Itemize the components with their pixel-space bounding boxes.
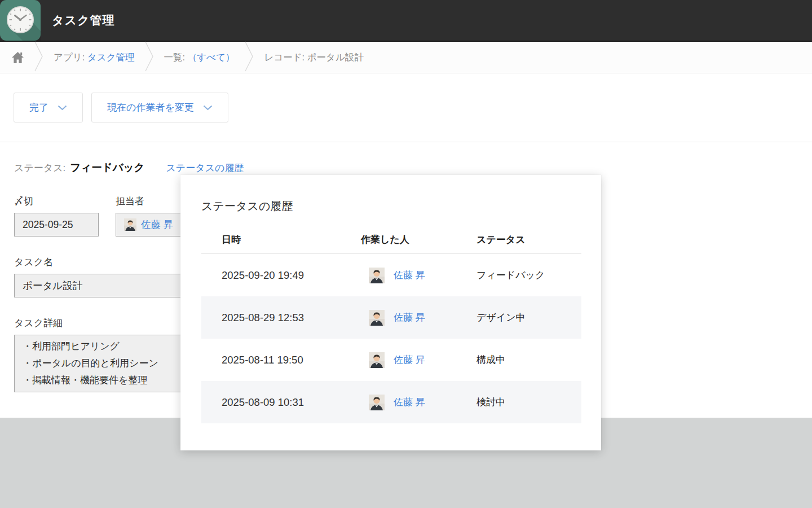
history-user: 佐藤 昇 [361, 395, 476, 410]
user-avatar [369, 268, 385, 283]
table-row: 2025-08-29 12:53 佐藤 昇 デザイン中 [201, 296, 581, 339]
history-status: デザイン中 [476, 311, 581, 324]
breadcrumb-list-label: 一覧: [164, 52, 186, 62]
app-title: タスク管理 [52, 12, 114, 28]
table-row: 2025-08-09 10:31 佐藤 昇 検討中 [201, 381, 581, 423]
column-header-user: 作業した人 [361, 233, 476, 246]
breadcrumb-list-link[interactable]: （すべて） [188, 52, 235, 62]
chevron-down-icon [203, 105, 213, 111]
breadcrumb-record-label: レコード: [264, 52, 304, 62]
action-toolbar: 完了 現在の作業者を変更 [0, 73, 812, 142]
status-history-dialog: ステータスの履歴 日時 作業した人 ステータス 2025-09-20 19:49 [180, 175, 601, 450]
breadcrumb-app-label: アプリ: [54, 52, 85, 62]
status-history-table: 日時 作業した人 ステータス 2025-09-20 19:49 佐藤 昇 フ [201, 225, 581, 423]
home-icon[interactable] [11, 51, 24, 64]
status-row: ステータス: フィードバック ステータスの履歴 [14, 160, 812, 174]
deadline-field: 〆切 2025-09-25 [14, 195, 99, 237]
chevron-down-icon [58, 105, 67, 111]
column-header-datetime: 日時 [201, 233, 361, 246]
history-user: 佐藤 昇 [361, 352, 476, 368]
history-user-link[interactable]: 佐藤 昇 [394, 311, 425, 324]
history-datetime: 2025-08-29 12:53 [201, 312, 361, 324]
breadcrumb-list: 一覧: （すべて） [164, 51, 235, 64]
status-label: ステータス: [14, 161, 65, 174]
user-avatar [369, 352, 385, 368]
history-datetime: 2025-09-20 19:49 [201, 269, 361, 282]
history-status: 検討中 [476, 396, 581, 409]
history-user: 佐藤 昇 [361, 310, 476, 326]
breadcrumb-chevron-icon [245, 41, 254, 74]
user-avatar [369, 395, 385, 410]
app-header: タスク管理 [0, 0, 812, 42]
complete-status-button[interactable]: 完了 [14, 93, 83, 122]
history-user-link[interactable]: 佐藤 昇 [394, 396, 425, 409]
complete-status-label: 完了 [29, 101, 48, 114]
history-user: 佐藤 昇 [361, 268, 476, 283]
user-avatar [369, 310, 385, 326]
assignee-user-link[interactable]: 佐藤 昇 [141, 218, 173, 231]
history-status: 構成中 [476, 353, 581, 366]
breadcrumb-chevron-icon [34, 41, 43, 74]
deadline-value: 2025-09-25 [14, 213, 99, 237]
user-avatar [124, 218, 136, 231]
breadcrumb: アプリ: タスク管理 一覧: （すべて） レコード: ポータル設計 [0, 42, 812, 73]
change-worker-label: 現在の作業者を変更 [107, 101, 194, 114]
deadline-label: 〆切 [14, 195, 99, 208]
status-value: フィードバック [70, 160, 144, 174]
breadcrumb-app-link[interactable]: タスク管理 [87, 52, 135, 62]
breadcrumb-app: アプリ: タスク管理 [54, 51, 135, 64]
history-user-link[interactable]: 佐藤 昇 [394, 353, 425, 366]
status-history-link[interactable]: ステータスの履歴 [166, 161, 244, 174]
breadcrumb-record: レコード: ポータル設計 [264, 51, 364, 64]
page: タスク管理 アプリ: タスク管理 一覧: （すべて） レコード: ポータ [0, 0, 812, 508]
breadcrumb-chevron-icon [145, 41, 154, 74]
history-datetime: 2025-08-11 19:50 [201, 354, 361, 366]
column-header-status: ステータス [476, 233, 581, 246]
history-status: フィードバック [476, 269, 581, 282]
table-header-row: 日時 作業した人 ステータス [201, 225, 581, 254]
app-clock-icon[interactable] [0, 0, 41, 41]
breadcrumb-record-name: ポータル設計 [307, 52, 364, 62]
change-worker-button[interactable]: 現在の作業者を変更 [91, 93, 228, 122]
history-datetime: 2025-08-09 10:31 [201, 396, 361, 409]
table-row: 2025-09-20 19:49 佐藤 昇 フィードバック [201, 254, 581, 296]
history-user-link[interactable]: 佐藤 昇 [394, 269, 425, 282]
dialog-title: ステータスの履歴 [201, 199, 601, 214]
table-row: 2025-08-11 19:50 佐藤 昇 構成中 [201, 339, 581, 381]
